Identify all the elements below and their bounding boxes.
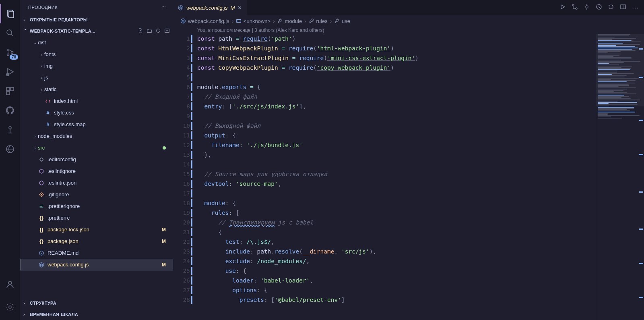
section-project[interactable]: › WEBPACK-STATIC-TEMPLA... <box>20 25 173 37</box>
tree-file[interactable]: .eslintrc.json <box>20 177 173 189</box>
minimap[interactable] <box>596 34 644 320</box>
webpack-icon <box>180 18 186 24</box>
tree-item-label: package.json <box>47 238 162 244</box>
breadcrumb-item[interactable]: use <box>334 18 350 24</box>
tree-folder[interactable]: ›static <box>20 83 173 95</box>
compare-icon[interactable] <box>572 4 578 12</box>
tree-file[interactable]: webpack.config.jsM <box>20 259 173 270</box>
run-icon[interactable] <box>559 4 566 12</box>
json-icon: {} <box>38 226 45 233</box>
section-timeline[interactable]: › ВРЕМЕННАЯ ШКАЛА <box>20 309 173 320</box>
tree-file[interactable]: README.md <box>20 247 173 259</box>
tree-file[interactable]: index.html <box>20 95 173 107</box>
sidebar-title: ПРОВОДНИК <box>28 5 58 10</box>
svg-point-10 <box>9 127 11 129</box>
tree-item-label: src <box>38 145 163 151</box>
section-open-editors[interactable]: › ОТКРЫТЫЕ РЕДАКТОРЫ <box>20 14 173 25</box>
tree-folder[interactable]: ›fonts <box>20 48 173 60</box>
tree-item-label: package-lock.json <box>47 226 162 233</box>
tree-folder[interactable]: ›img <box>20 60 173 72</box>
explorer-icon[interactable] <box>0 4 20 23</box>
breadcrumb-item[interactable]: <unknown> <box>236 18 270 24</box>
editor[interactable]: 1234567891011121314151617181920212223242… <box>173 34 644 320</box>
section-structure[interactable]: › СТРУКТУРА <box>20 297 173 309</box>
svg-point-20 <box>586 6 588 8</box>
account-icon[interactable] <box>0 275 20 294</box>
new-folder-icon[interactable] <box>147 28 152 34</box>
scroll-decoration <box>638 34 644 320</box>
revert-icon[interactable] <box>608 4 614 12</box>
extensions-icon[interactable] <box>0 81 20 101</box>
svg-point-19 <box>576 8 577 9</box>
tree-item-label: .eslintrc.json <box>47 180 166 186</box>
breadcrumb-item[interactable]: rules <box>309 18 328 24</box>
code[interactable]: const path = require('path')const HtmlWe… <box>197 34 596 320</box>
css-icon: # <box>44 121 52 127</box>
wrench-icon <box>309 18 314 24</box>
chevron-icon: › <box>32 145 38 150</box>
remote-icon[interactable] <box>0 139 20 159</box>
tree-item-label: .gitignore <box>47 191 166 197</box>
wrench-icon <box>334 18 340 24</box>
tree-file[interactable]: {}package-lock.jsonM <box>20 224 173 235</box>
css-icon: # <box>44 110 52 116</box>
webpack-icon <box>178 5 184 10</box>
codelens[interactable]: You, в прошлом месяце | 3 authors (Alex … <box>173 27 644 34</box>
more-icon[interactable]: ⋯ <box>632 4 638 12</box>
scm-badge: 78 <box>10 54 18 60</box>
json-icon: {} <box>38 215 45 221</box>
tree-item-label: .eslintignore <box>47 168 166 174</box>
tree-file[interactable]: #style.css.map <box>20 118 173 130</box>
tree-item-label: .editorconfig <box>47 156 166 162</box>
tree-file[interactable]: .gitignore <box>20 189 173 200</box>
close-icon[interactable]: ✕ <box>237 5 242 11</box>
git-commit-icon[interactable] <box>584 4 590 12</box>
breadcrumb-item[interactable]: webpack.config.js <box>180 18 229 24</box>
tree-file[interactable]: .prettierignore <box>20 200 173 212</box>
github-icon[interactable] <box>0 101 20 120</box>
tree-item-label: js <box>44 75 166 81</box>
tree-item-label: webpack.config.js <box>47 262 162 268</box>
history-icon[interactable] <box>596 4 602 12</box>
git-dot <box>163 146 166 150</box>
activity-bar: 78 <box>0 0 20 320</box>
webpack-icon <box>38 262 45 268</box>
tree-folder[interactable]: ›src <box>20 142 173 154</box>
tree-file[interactable]: .editorconfig <box>20 154 173 165</box>
search-icon[interactable] <box>0 23 20 43</box>
tree-file[interactable]: .eslintignore <box>20 165 173 177</box>
svg-rect-1 <box>9 11 14 18</box>
settings-gear-icon[interactable] <box>0 297 20 317</box>
tree-file[interactable]: #style.css <box>20 107 173 118</box>
tree-folder[interactable]: ›js <box>20 72 173 83</box>
tree-file[interactable]: {}package.jsonM <box>20 235 173 247</box>
eslint-icon <box>38 180 45 186</box>
split-icon[interactable] <box>620 4 626 12</box>
tree-item-label: README.md <box>47 250 166 256</box>
file-tree: ⌄dist›fonts›img›js›staticindex.html#styl… <box>20 37 173 297</box>
editor-actions: ⋯ <box>554 0 644 15</box>
gitlens-icon[interactable] <box>0 120 20 139</box>
svg-point-15 <box>41 159 42 160</box>
new-file-icon[interactable] <box>138 28 143 34</box>
breadcrumb-item[interactable]: module <box>277 18 302 24</box>
tree-item-label: fonts <box>44 51 166 57</box>
tree-file[interactable]: {}.prettierrc <box>20 212 173 224</box>
debug-icon[interactable] <box>0 62 20 81</box>
tree-item-label: dist <box>38 39 166 46</box>
gutter: 1234567891011121314151617181920212223242… <box>173 34 197 320</box>
chevron-icon: › <box>39 75 44 80</box>
source-control-icon[interactable]: 78 <box>0 43 20 62</box>
refresh-icon[interactable] <box>155 28 161 34</box>
tree-folder[interactable]: ›node_modules <box>20 130 173 142</box>
tree-folder[interactable]: ⌄dist <box>20 37 173 48</box>
tree-item-label: .prettierrc <box>47 215 166 221</box>
more-icon[interactable]: ⋯ <box>161 4 166 10</box>
minimap-slider[interactable] <box>596 34 644 106</box>
eslint-icon <box>38 168 45 174</box>
svg-rect-8 <box>10 87 14 91</box>
collapse-icon[interactable] <box>164 28 170 34</box>
breadcrumbs: webpack.config.js›<unknown>›module›rules… <box>173 15 644 27</box>
tab-webpack-config[interactable]: webpack.config.js M ✕ <box>173 0 247 15</box>
chevron-right-icon: › <box>23 17 28 22</box>
